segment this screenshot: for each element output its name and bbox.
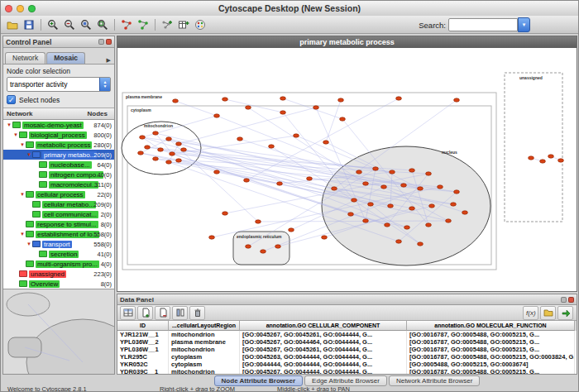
network-node[interactable] bbox=[323, 141, 329, 144]
tree-item-cellular-process[interactable]: ▾cellular process22(0) bbox=[3, 189, 114, 199]
tree-item-multi-organism-pro[interactable]: multi-organism pro...4(0) bbox=[3, 259, 114, 269]
network-node[interactable] bbox=[261, 250, 266, 253]
hide-selected-icon[interactable] bbox=[118, 17, 134, 32]
network-node[interactable] bbox=[280, 111, 286, 114]
network-node[interactable] bbox=[401, 184, 407, 187]
table-row[interactable]: YLR295Ccytoplasm[GO:0045263, GO:0044444,… bbox=[117, 353, 577, 361]
network-node[interactable] bbox=[409, 169, 415, 172]
tab-network[interactable]: Network bbox=[5, 52, 45, 64]
table-row[interactable]: YPL036W__2plasma membrane[GO:0045267, GO… bbox=[117, 338, 577, 346]
network-node[interactable] bbox=[214, 170, 220, 174]
network-node[interactable] bbox=[529, 156, 534, 160]
tree-item-transport[interactable]: ▾transport558(0) bbox=[3, 239, 114, 249]
network-node[interactable] bbox=[280, 97, 286, 100]
network-node[interactable] bbox=[223, 212, 228, 215]
network-node[interactable] bbox=[388, 204, 394, 208]
zoom-fit-icon[interactable] bbox=[94, 17, 110, 32]
network-node[interactable] bbox=[426, 172, 432, 175]
attribute-columns-icon[interactable] bbox=[172, 306, 188, 320]
network-node[interactable] bbox=[446, 219, 452, 222]
table-row[interactable]: YKR052Ccytoplasm[GO:0044444, GO:0044444,… bbox=[117, 361, 577, 368]
search-dropdown-icon[interactable]: ▼ bbox=[518, 17, 530, 32]
map-ontology-icon[interactable] bbox=[557, 306, 573, 320]
tree-item-response-to-stimul[interactable]: response to stimul...8(0) bbox=[3, 219, 114, 229]
network-node[interactable] bbox=[381, 185, 387, 189]
zoom-out-icon[interactable] bbox=[61, 17, 77, 32]
column-header[interactable]: ...cellularLayoutRegion bbox=[169, 321, 240, 331]
network-node[interactable] bbox=[363, 219, 369, 222]
expander-icon[interactable]: ▾ bbox=[26, 241, 32, 247]
color-attribute-select[interactable]: transporter activity ▲▼ bbox=[7, 77, 111, 92]
tree-item-nitrogen-compo[interactable]: nitrogen compo...40(0) bbox=[3, 170, 114, 179]
network-node[interactable] bbox=[454, 190, 460, 194]
network-node[interactable] bbox=[176, 142, 182, 146]
network-node[interactable] bbox=[429, 204, 435, 208]
search-input[interactable] bbox=[448, 18, 518, 31]
network-node[interactable] bbox=[170, 152, 175, 155]
network-node[interactable] bbox=[356, 170, 362, 174]
network-node[interactable] bbox=[409, 207, 415, 210]
float-panel-icon[interactable] bbox=[98, 39, 104, 45]
expander-icon[interactable]: ▾ bbox=[19, 231, 26, 237]
network-node[interactable] bbox=[548, 155, 554, 158]
tree-item-biological-process[interactable]: ▾biological_process800(0) bbox=[3, 130, 114, 140]
delete-attribute-icon[interactable] bbox=[155, 306, 170, 320]
column-header[interactable]: ID bbox=[117, 321, 169, 331]
new-network-from-selection-icon[interactable] bbox=[135, 17, 151, 32]
network-node[interactable] bbox=[352, 198, 357, 202]
expander-icon[interactable]: ▾ bbox=[19, 141, 26, 148]
network-node[interactable] bbox=[275, 245, 281, 248]
network-node[interactable] bbox=[338, 98, 344, 102]
network-node[interactable] bbox=[307, 177, 313, 180]
network-node[interactable] bbox=[462, 211, 468, 214]
network-node[interactable] bbox=[209, 236, 215, 239]
tab-mosaic[interactable]: Mosaic bbox=[46, 52, 85, 64]
network-node[interactable] bbox=[244, 179, 250, 182]
network-node[interactable] bbox=[363, 182, 369, 185]
network-node[interactable] bbox=[246, 245, 251, 248]
network-node[interactable] bbox=[340, 117, 346, 121]
network-node[interactable] bbox=[140, 136, 146, 139]
network-node[interactable] bbox=[540, 160, 546, 163]
import-attributes-icon[interactable] bbox=[175, 17, 191, 32]
save-session-icon[interactable] bbox=[21, 17, 36, 32]
network-view-title[interactable]: primary metabolic process bbox=[117, 36, 577, 48]
trash-icon[interactable] bbox=[189, 306, 205, 320]
tree-item-metabolic-process[interactable]: ▾metabolic process280(0) bbox=[3, 140, 114, 150]
network-node[interactable] bbox=[223, 98, 228, 101]
network-node[interactable] bbox=[166, 137, 172, 141]
tree-item-secretion[interactable]: secretion41(0) bbox=[3, 249, 114, 259]
network-node[interactable] bbox=[138, 151, 144, 155]
network-node[interactable] bbox=[451, 203, 457, 206]
formula-builder-icon[interactable]: f(x) bbox=[523, 306, 538, 320]
network-node[interactable] bbox=[294, 134, 299, 137]
select-nodes-checkbox[interactable]: ✓ bbox=[7, 95, 16, 104]
network-canvas[interactable]: plasma membranecytoplasmmitochondrionnuc… bbox=[117, 48, 578, 291]
table-row[interactable]: YPL036W__1mitochondrion[GO:0045267, GO:0… bbox=[117, 346, 577, 353]
network-node[interactable] bbox=[332, 187, 337, 190]
tree-item-cellular-metabo[interactable]: cellular metabo...209(0) bbox=[3, 199, 114, 209]
network-node[interactable] bbox=[214, 114, 220, 117]
network-node[interactable] bbox=[396, 97, 402, 100]
tree-item-unassigned[interactable]: unassigned223(0) bbox=[3, 269, 114, 279]
network-node[interactable] bbox=[246, 106, 251, 109]
network-node[interactable] bbox=[558, 159, 564, 162]
column-header[interactable]: annotation.GO MOLECULAR_FUNCTION bbox=[407, 321, 575, 331]
open-session-icon[interactable] bbox=[4, 17, 20, 32]
expander-icon[interactable]: ▾ bbox=[19, 191, 26, 198]
expander-icon[interactable]: ▾ bbox=[26, 151, 32, 158]
zoom-selected-icon[interactable] bbox=[78, 17, 93, 32]
network-node[interactable] bbox=[322, 236, 328, 239]
expander-icon[interactable]: ▾ bbox=[12, 131, 19, 138]
select-attributes-icon[interactable] bbox=[120, 306, 136, 320]
tree-item-primary-metabo[interactable]: ▾primary metabo...209(0) bbox=[3, 150, 114, 160]
import-network-icon[interactable] bbox=[159, 17, 175, 32]
network-node[interactable] bbox=[313, 106, 319, 109]
network-node[interactable] bbox=[153, 157, 159, 160]
network-node[interactable] bbox=[176, 159, 182, 162]
network-node[interactable] bbox=[173, 99, 179, 103]
tab-network-attribute-browser[interactable]: Network Attribute Browser bbox=[389, 375, 480, 386]
network-node[interactable] bbox=[385, 223, 390, 227]
table-row[interactable]: YDR039C__1mitochondrion[GO:0045267, GO:0… bbox=[117, 368, 577, 374]
network-node[interactable] bbox=[373, 167, 379, 170]
